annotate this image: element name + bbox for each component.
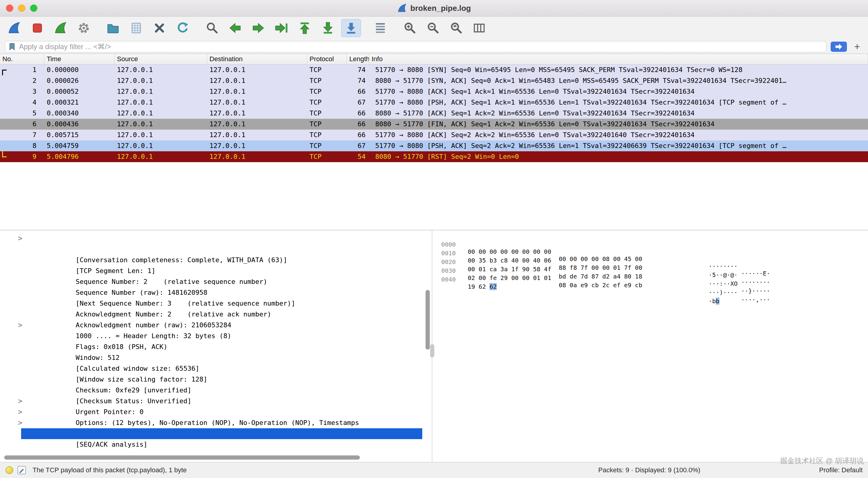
packet-protocol-cell: TCP xyxy=(307,151,347,162)
filter-bookmark-icon[interactable] xyxy=(9,43,16,51)
display-filter-input[interactable] xyxy=(19,42,823,51)
packet-no-cell: 6 xyxy=(0,119,44,130)
detail-row[interactable]: > Checksum: 0xfe29 [unverified] xyxy=(0,363,422,374)
packet-info-cell: 8080 → 51770 [ACK] Seq=1 Ack=2 Win=65536… xyxy=(369,108,868,119)
detail-row[interactable]: > Options: (12 bytes), No-Operation (NOP… xyxy=(0,396,422,407)
detail-row[interactable]: > [SEQ/ACK analysis] xyxy=(0,417,422,428)
capture-options-button[interactable] xyxy=(74,19,94,37)
detail-row[interactable]: > Sequence Number: 2 (relative sequence … xyxy=(0,255,422,265)
zoom-reset-button[interactable] xyxy=(446,19,466,37)
go-back-button[interactable] xyxy=(225,19,245,37)
packet-row[interactable]: 3 0.000052 127.0.0.1 127.0.0.1 TCP 66 51… xyxy=(0,86,868,97)
hex-row[interactable]: 0020 00 01 ca 3a 1f 90 58 4f bd de 7d 87… xyxy=(432,251,868,260)
detail-row[interactable]: > [Timestamps] xyxy=(0,407,422,417)
close-window-button[interactable] xyxy=(6,4,13,12)
expand-chevron-icon[interactable]: > xyxy=(16,233,24,244)
packet-row[interactable]: 9 5.004796 127.0.0.1 127.0.0.1 TCP 54 80… xyxy=(0,151,868,162)
expert-info-icon[interactable] xyxy=(5,466,13,474)
hex-row[interactable]: 0000 00 00 00 00 00 00 00 00 00 00 00 00… xyxy=(432,233,868,242)
apply-filter-button[interactable] xyxy=(831,41,847,52)
display-filter-field[interactable] xyxy=(5,41,827,53)
packet-no-cell: 5 xyxy=(0,108,44,119)
detail-row[interactable]: > [Next Sequence Number: 3 (relative seq… xyxy=(0,276,422,287)
auto-scroll-button[interactable] xyxy=(341,19,361,37)
packet-source-cell: 127.0.0.1 xyxy=(115,151,207,162)
details-horizontal-scrollbar[interactable] xyxy=(1,455,420,460)
detail-row[interactable]: > Sequence Number (raw): 1481620958 xyxy=(0,265,422,276)
packet-row[interactable]: 6 0.000436 127.0.0.1 127.0.0.1 TCP 66 80… xyxy=(0,119,868,130)
packet-row[interactable]: 2 0.000026 127.0.0.1 127.0.0.1 TCP 74 80… xyxy=(0,75,868,86)
detail-row[interactable]: > Window: 512 xyxy=(0,330,422,342)
hex-offset: 0040 xyxy=(441,276,456,283)
column-header-source[interactable]: Source xyxy=(115,54,207,64)
column-header-length[interactable]: Length xyxy=(347,54,369,64)
save-file-button[interactable] xyxy=(126,19,146,37)
hex-row[interactable]: 0040 19 62 62 ·bb xyxy=(432,268,868,277)
detail-row[interactable]: > [Window size scaling factor: 128] xyxy=(0,352,422,363)
hex-row[interactable]: 0030 02 00 fe 29 00 00 01 01 08 0a e9 cb… xyxy=(432,260,868,268)
arrow-up-bar-icon xyxy=(298,22,311,35)
zoom-out-button[interactable] xyxy=(423,19,443,37)
arrow-left-icon xyxy=(228,22,242,35)
detail-row[interactable]: > Acknowledgment Number: 2 (relative ack… xyxy=(0,287,422,298)
restart-capture-button[interactable] xyxy=(51,19,70,37)
horizontal-scroll-thumb[interactable] xyxy=(4,455,360,459)
packet-row[interactable]: 1 0.000000 127.0.0.1 127.0.0.1 TCP 74 51… xyxy=(0,64,868,75)
vertical-scroll-thumb[interactable] xyxy=(426,290,430,350)
close-file-button[interactable] xyxy=(150,19,169,37)
column-header-info[interactable]: Info xyxy=(369,54,868,64)
detail-row[interactable]: > [Calculated window size: 65536] xyxy=(0,342,422,352)
column-header-time[interactable]: Time xyxy=(44,54,115,64)
hex-row[interactable]: 0010 00 35 b3 c8 40 00 40 06 88 f8 7f 00… xyxy=(432,242,868,251)
go-to-packet-button[interactable] xyxy=(272,19,291,37)
hex-rows: 0000 00 00 00 00 00 00 00 00 00 00 00 00… xyxy=(432,233,868,277)
packet-time-cell: 0.000000 xyxy=(44,64,115,75)
column-header-destination[interactable]: Destination xyxy=(207,54,307,64)
find-packet-button[interactable] xyxy=(202,19,222,37)
packet-destination-cell: 127.0.0.1 xyxy=(207,75,307,86)
packet-info-cell: 51770 → 8080 [ACK] Seq=1 Ack=1 Win=65536… xyxy=(369,86,868,97)
detail-row[interactable]: > Urgent Pointer: 0 xyxy=(0,385,422,396)
colorize-button[interactable] xyxy=(370,19,390,37)
expand-chevron-icon[interactable]: > xyxy=(16,407,24,417)
detail-row[interactable]: > [Checksum Status: Unverified] xyxy=(0,374,422,385)
packet-length-cell: 74 xyxy=(347,64,369,75)
column-header-protocol[interactable]: Protocol xyxy=(307,54,347,64)
detail-row[interactable]: > Flags: 0x018 (PSH, ACK) xyxy=(0,320,422,330)
details-vertical-scrollbar[interactable] xyxy=(424,231,431,453)
packet-row[interactable]: 8 5.004759 127.0.0.1 127.0.0.1 TCP 67 51… xyxy=(0,140,868,151)
expand-chevron-icon[interactable]: > xyxy=(16,417,24,428)
zoom-in-button[interactable] xyxy=(400,19,420,37)
titlebar: broken_pipe.log xyxy=(0,0,868,17)
reload-file-button[interactable] xyxy=(173,19,193,37)
detail-row[interactable]: > Acknowledgment number (raw): 210605328… xyxy=(0,298,422,309)
add-filter-button[interactable]: + xyxy=(851,41,863,53)
expand-chevron-icon[interactable]: > xyxy=(16,320,24,330)
start-capture-button[interactable] xyxy=(4,19,24,37)
packet-row[interactable]: 7 0.005715 127.0.0.1 127.0.0.1 TCP 66 51… xyxy=(0,130,868,140)
expand-chevron-icon[interactable]: > xyxy=(16,396,24,407)
maximize-window-button[interactable] xyxy=(30,4,37,12)
go-last-packet-button[interactable] xyxy=(318,19,338,37)
packet-row[interactable]: 4 0.000321 127.0.0.1 127.0.0.1 TCP 67 51… xyxy=(0,97,868,108)
packet-time-cell: 0.000436 xyxy=(44,119,115,130)
minimize-window-button[interactable] xyxy=(18,4,25,12)
detail-row[interactable]: > 1000 .... = Header Length: 32 bytes (8… xyxy=(0,309,422,320)
detail-row[interactable]: > [Conversation completeness: Complete, … xyxy=(0,233,422,244)
app-icon xyxy=(397,3,407,13)
detail-row[interactable]: > TCP payload (1 byte) xyxy=(0,428,422,439)
main-toolbar xyxy=(0,17,868,39)
profile-selector[interactable]: Profile: Default xyxy=(819,466,863,474)
packet-row[interactable]: 5 0.000340 127.0.0.1 127.0.0.1 TCP 66 80… xyxy=(0,108,868,119)
go-first-packet-button[interactable] xyxy=(295,19,315,37)
detail-row[interactable]: > [TCP Segment Len: 1] xyxy=(0,244,422,255)
resize-columns-button[interactable] xyxy=(469,19,489,37)
packet-destination-cell: 127.0.0.1 xyxy=(207,64,307,75)
selected-byte: 62 xyxy=(490,283,497,290)
capture-comment-icon[interactable] xyxy=(18,466,26,474)
detail-row[interactable]: > TCP segment data (1 byte) xyxy=(0,439,422,450)
open-file-button[interactable] xyxy=(103,19,123,37)
stop-capture-button[interactable] xyxy=(27,19,47,37)
column-header-no[interactable]: No. xyxy=(0,54,44,64)
go-forward-button[interactable] xyxy=(248,19,268,37)
